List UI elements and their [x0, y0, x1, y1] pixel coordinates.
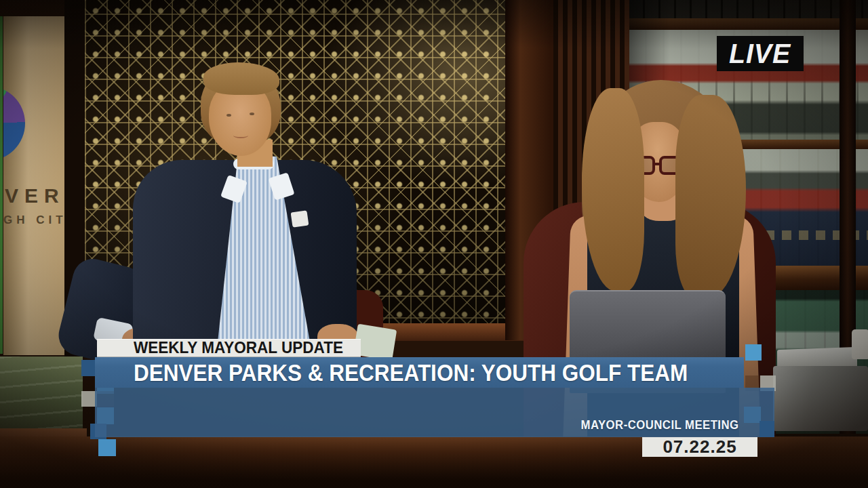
kicker-label: WEEKLY MAYORAL UPDATE: [134, 340, 343, 357]
frame-edge-artifact: [0, 16, 3, 354]
denver-city-logo: [3, 86, 25, 161]
gray-monitor-back: [773, 366, 868, 431]
staffer-glasses-bridge: [652, 163, 662, 165]
kicker-bar: WEEKLY MAYORAL UPDATE: [97, 339, 361, 357]
mayor-eye: [250, 113, 254, 115]
broadcast-frame: VER GH CITY LIVE WEEKLY MAYORAL: [0, 0, 868, 488]
mayor-smile: [233, 133, 248, 138]
white-cup: [852, 329, 868, 359]
banner-tail: MAYOR-COUNCIL MEETING: [95, 388, 774, 437]
event-label: MAYOR-COUNCIL MEETING: [581, 418, 739, 432]
live-badge-label: LIVE: [729, 38, 791, 70]
denver-wall-plaque: VER GH CITY: [3, 16, 64, 355]
live-badge: LIVE: [717, 36, 804, 71]
plaque-text-line2: GH CITY: [3, 214, 64, 227]
headline-bar: DENVER PARKS & RECREATION: YOUTH GOLF TE…: [95, 357, 744, 388]
date-label: 07.22.25: [663, 436, 736, 458]
mayor-lapel-pin: [291, 210, 309, 227]
date-box: 07.22.25: [642, 437, 757, 457]
green-desk-mat: [0, 357, 83, 431]
plaque-text-line1: VER: [5, 184, 64, 207]
deco-square: [745, 344, 762, 361]
mayor-eye: [226, 114, 231, 117]
headline-label: DENVER PARKS & RECREATION: YOUTH GOLF TE…: [134, 357, 688, 388]
deco-square: [98, 439, 116, 456]
deco-square: [760, 421, 774, 437]
mayor-hair-fringe: [203, 62, 279, 95]
